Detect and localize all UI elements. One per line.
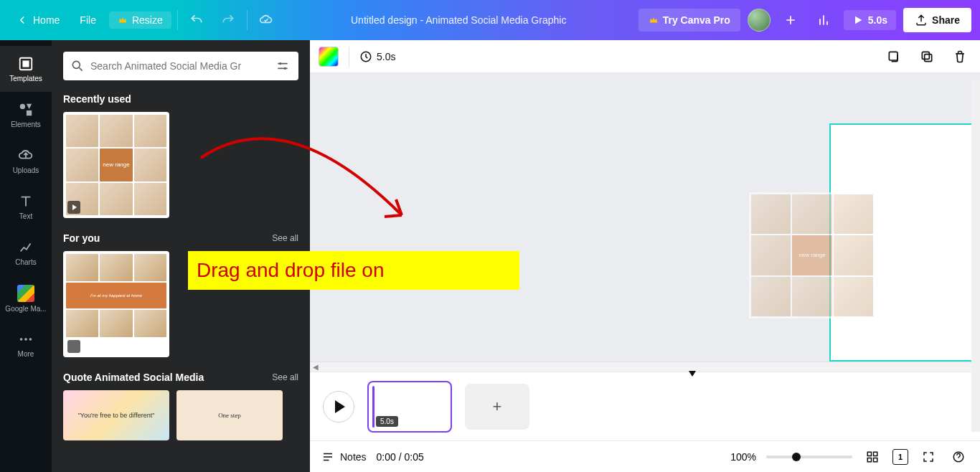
user-avatar[interactable] bbox=[748, 9, 771, 32]
background-color-button[interactable] bbox=[319, 47, 339, 67]
clock-icon bbox=[359, 50, 372, 63]
chevron-left-icon bbox=[16, 14, 29, 27]
scroll-left-icon: ◀ bbox=[313, 363, 319, 371]
divider bbox=[177, 10, 178, 30]
template-thumbnail[interactable]: I'm at my happiest at home bbox=[63, 251, 169, 357]
undo-icon bbox=[189, 13, 204, 27]
sliders-icon bbox=[275, 59, 290, 73]
templates-icon bbox=[18, 56, 34, 72]
annotation-text: Drag and drop file on bbox=[197, 259, 385, 282]
rail-uploads[interactable]: Uploads bbox=[0, 138, 52, 184]
see-all-link[interactable]: See all bbox=[272, 233, 298, 243]
bar-chart-icon bbox=[816, 13, 831, 27]
quote-text: One step bbox=[218, 412, 241, 419]
rail-more[interactable]: More bbox=[0, 321, 52, 367]
canvas-toolbar: 5.0s bbox=[310, 40, 980, 73]
playhead-marker[interactable] bbox=[689, 371, 696, 377]
rail-label: More bbox=[18, 350, 34, 358]
charts-icon bbox=[18, 240, 34, 255]
document-title[interactable]: Untitled design - Animated Social Media … bbox=[285, 14, 633, 26]
notes-icon bbox=[321, 450, 334, 463]
fullscreen-button[interactable] bbox=[918, 447, 938, 467]
drag-tile-label: new range bbox=[792, 235, 831, 275]
search-icon bbox=[70, 59, 85, 73]
svg-rect-16 bbox=[867, 458, 871, 461]
insights-button[interactable] bbox=[811, 7, 837, 33]
canvas-viewport[interactable]: new range bbox=[310, 73, 980, 362]
for-you-heading: For you bbox=[63, 232, 100, 244]
animated-badge-icon bbox=[67, 340, 80, 353]
add-page-button[interactable] bbox=[882, 45, 905, 68]
text-icon bbox=[18, 194, 34, 209]
svg-point-2 bbox=[20, 103, 25, 108]
rail-label: Google Ma... bbox=[5, 305, 46, 313]
zoom-level: 100% bbox=[730, 451, 756, 463]
rail-label: Templates bbox=[9, 75, 42, 82]
svg-rect-15 bbox=[874, 452, 877, 456]
page-duration-button[interactable]: 5.0s bbox=[359, 50, 395, 63]
resize-button[interactable]: Resize bbox=[109, 11, 171, 29]
crown-icon bbox=[118, 15, 128, 25]
see-all-link[interactable]: See all bbox=[272, 372, 298, 382]
page-count[interactable]: 1 bbox=[892, 449, 908, 465]
preview-button[interactable]: 5.0s bbox=[844, 10, 896, 30]
drag-preview: new range bbox=[749, 192, 875, 318]
svg-rect-12 bbox=[925, 54, 932, 61]
rail-google-maps[interactable]: Google Ma... bbox=[0, 275, 52, 321]
svg-point-9 bbox=[284, 67, 286, 70]
quote-section-heading: Quote Animated Social Media bbox=[63, 372, 204, 383]
cloud-sync-button[interactable] bbox=[253, 7, 279, 33]
template-thumbnail[interactable]: new range bbox=[63, 112, 169, 218]
file-menu[interactable]: File bbox=[72, 10, 103, 30]
share-button[interactable]: Share bbox=[903, 8, 971, 32]
add-frame-button[interactable]: + bbox=[465, 384, 529, 430]
timeline-frame[interactable]: 5.0s bbox=[367, 381, 452, 433]
notes-button[interactable]: Notes bbox=[321, 450, 367, 463]
template-thumbnail[interactable]: "You're free to be different" bbox=[63, 390, 169, 440]
vertical-scrollbar[interactable] bbox=[971, 80, 980, 432]
duplicate-icon bbox=[920, 49, 934, 64]
svg-rect-1 bbox=[22, 60, 29, 67]
template-thumbnail[interactable]: One step bbox=[176, 390, 283, 440]
rail-templates[interactable]: Templates bbox=[0, 46, 52, 92]
duplicate-page-button[interactable] bbox=[915, 45, 938, 68]
redo-button[interactable] bbox=[215, 7, 241, 33]
resize-label: Resize bbox=[132, 14, 163, 26]
redo-icon bbox=[221, 13, 235, 27]
cloud-check-icon bbox=[259, 13, 273, 27]
rail-charts[interactable]: Charts bbox=[0, 230, 52, 275]
help-button[interactable] bbox=[948, 447, 969, 467]
home-button[interactable]: Home bbox=[9, 9, 67, 31]
svg-point-4 bbox=[20, 338, 23, 341]
crown-icon bbox=[649, 15, 659, 25]
trash-icon bbox=[953, 49, 967, 64]
svg-rect-17 bbox=[874, 458, 877, 461]
svg-point-5 bbox=[24, 338, 27, 341]
undo-button[interactable] bbox=[184, 7, 209, 33]
rail-label: Elements bbox=[11, 121, 41, 128]
search-templates[interactable] bbox=[63, 52, 298, 80]
zoom-slider[interactable] bbox=[766, 456, 852, 458]
search-filter-button[interactable] bbox=[274, 57, 291, 75]
zoom-handle[interactable] bbox=[792, 453, 801, 461]
divider bbox=[247, 10, 248, 30]
grid-view-button[interactable] bbox=[862, 447, 882, 467]
rail-label: Text bbox=[19, 212, 32, 220]
svg-rect-13 bbox=[922, 52, 929, 59]
template-banner-text: I'm at my happiest at home bbox=[66, 283, 166, 308]
rail-text[interactable]: Text bbox=[0, 184, 52, 230]
add-page-icon bbox=[887, 49, 901, 64]
recently-used-heading: Recently used bbox=[63, 93, 131, 105]
upload-icon bbox=[915, 14, 928, 27]
rail-elements[interactable]: Elements bbox=[0, 92, 52, 138]
try-pro-button[interactable]: Try Canva Pro bbox=[639, 9, 740, 32]
timeline-play-button[interactable] bbox=[323, 391, 354, 423]
add-member-button[interactable] bbox=[778, 7, 804, 33]
delete-page-button[interactable] bbox=[948, 45, 971, 68]
search-input[interactable] bbox=[90, 60, 268, 72]
try-pro-label: Try Canva Pro bbox=[663, 14, 730, 26]
horizontal-scrollbar[interactable]: ◀ ▶ bbox=[310, 362, 980, 372]
svg-rect-11 bbox=[889, 52, 897, 60]
animated-badge-icon bbox=[67, 201, 80, 214]
svg-point-8 bbox=[279, 62, 281, 65]
